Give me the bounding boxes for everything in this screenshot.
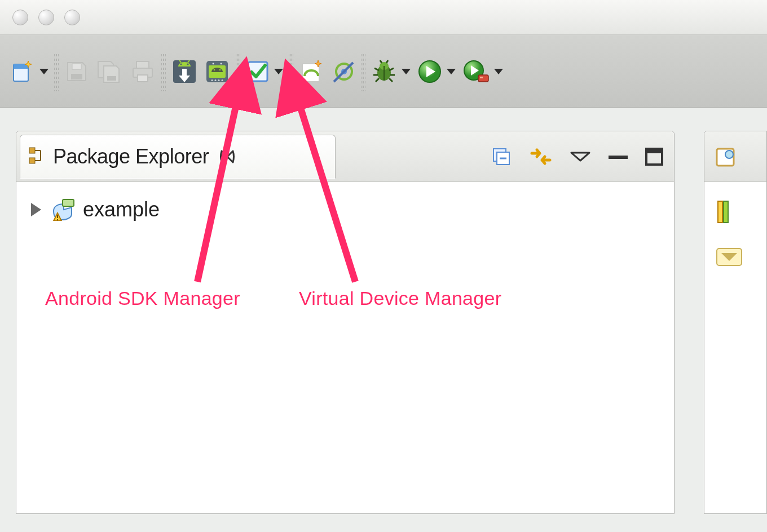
svg-line-43 bbox=[380, 60, 382, 63]
svg-rect-7 bbox=[136, 61, 149, 68]
svg-rect-63 bbox=[609, 156, 628, 159]
toolbar-separator bbox=[54, 52, 59, 91]
svg-point-23 bbox=[211, 79, 213, 81]
zoom-window-button[interactable] bbox=[64, 10, 80, 25]
toolbar-separator bbox=[289, 52, 293, 91]
svg-line-42 bbox=[389, 78, 393, 82]
outline-view-icon bbox=[715, 145, 737, 168]
package-explorer-view: Package Explorer bbox=[16, 131, 675, 514]
svg-rect-52 bbox=[480, 77, 483, 78]
android-avd-icon bbox=[204, 59, 230, 85]
run-button[interactable] bbox=[414, 48, 459, 95]
annotation-avd-label: Virtual Device Manager bbox=[299, 287, 501, 309]
svg-point-19 bbox=[213, 63, 214, 64]
toolbar-separator bbox=[161, 52, 166, 91]
android-sdk-icon bbox=[171, 59, 197, 85]
collapse-all-icon[interactable] bbox=[490, 145, 513, 168]
svg-point-25 bbox=[218, 79, 220, 81]
checkbox-tool-button[interactable] bbox=[243, 48, 286, 95]
secondary-view-tab[interactable] bbox=[704, 131, 766, 182]
secondary-view-stack bbox=[704, 131, 767, 514]
tree-item[interactable]: example bbox=[16, 182, 674, 237]
svg-point-20 bbox=[221, 63, 222, 64]
svg-rect-51 bbox=[478, 75, 488, 82]
package-explorer-icon bbox=[28, 145, 46, 168]
annotation-sdk-label: Android SDK Manager bbox=[45, 287, 240, 309]
svg-rect-72 bbox=[718, 201, 722, 223]
svg-point-71 bbox=[725, 150, 733, 158]
toolbar-separator bbox=[361, 52, 365, 91]
svg-rect-69 bbox=[57, 219, 58, 220]
svg-rect-55 bbox=[29, 158, 35, 163]
svg-rect-9 bbox=[138, 75, 148, 82]
svg-marker-3 bbox=[39, 69, 49, 74]
side-minimize-icon[interactable] bbox=[716, 247, 744, 268]
toolbar-separator bbox=[236, 52, 240, 91]
close-window-button[interactable] bbox=[12, 10, 28, 25]
svg-point-26 bbox=[222, 79, 223, 81]
main-toolbar bbox=[0, 35, 767, 108]
maximize-view-icon[interactable] bbox=[645, 147, 664, 166]
side-widgets bbox=[704, 182, 766, 268]
java-project-warning-icon bbox=[50, 198, 77, 221]
svg-point-21 bbox=[214, 69, 215, 70]
mac-title-bar bbox=[0, 0, 767, 35]
svg-marker-62 bbox=[571, 153, 589, 161]
svg-rect-66 bbox=[63, 200, 74, 206]
svg-point-22 bbox=[219, 69, 221, 70]
svg-rect-6 bbox=[107, 76, 116, 81]
run-external-button[interactable] bbox=[459, 48, 506, 95]
side-handle-icon[interactable] bbox=[716, 199, 730, 225]
view-tab-label: Package Explorer bbox=[53, 145, 209, 169]
disclosure-triangle-icon[interactable] bbox=[31, 203, 41, 216]
svg-point-12 bbox=[187, 63, 188, 65]
svg-marker-28 bbox=[274, 69, 283, 74]
debug-button[interactable] bbox=[368, 48, 414, 95]
minimize-view-icon[interactable] bbox=[607, 151, 629, 162]
android-avd-manager-button[interactable] bbox=[201, 48, 233, 95]
link-with-editor-icon[interactable] bbox=[528, 145, 553, 168]
minimize-window-button[interactable] bbox=[38, 10, 54, 25]
svg-marker-53 bbox=[494, 69, 503, 74]
workspace: Package Explorer bbox=[0, 108, 767, 532]
svg-line-38 bbox=[389, 68, 394, 70]
android-lint-button[interactable] bbox=[327, 48, 359, 95]
svg-rect-65 bbox=[646, 149, 662, 153]
svg-line-44 bbox=[386, 60, 388, 63]
svg-point-11 bbox=[180, 63, 182, 65]
svg-line-37 bbox=[374, 68, 379, 70]
svg-rect-68 bbox=[57, 215, 58, 218]
svg-point-24 bbox=[215, 79, 217, 81]
play-icon bbox=[417, 59, 442, 84]
close-tab-icon[interactable] bbox=[219, 148, 236, 165]
view-menu-icon[interactable] bbox=[569, 150, 592, 163]
svg-rect-4 bbox=[71, 74, 82, 79]
svg-rect-54 bbox=[29, 148, 35, 153]
bug-icon bbox=[371, 59, 397, 84]
svg-rect-15 bbox=[182, 69, 187, 76]
play-external-icon bbox=[462, 59, 490, 84]
print-button[interactable] bbox=[126, 48, 159, 95]
new-wizard-button[interactable] bbox=[6, 48, 52, 95]
svg-rect-73 bbox=[724, 201, 728, 223]
save-button[interactable] bbox=[61, 48, 92, 95]
view-tab-package-explorer[interactable]: Package Explorer bbox=[20, 135, 336, 179]
svg-marker-45 bbox=[402, 69, 411, 74]
view-tab-bar: Package Explorer bbox=[16, 131, 674, 182]
tree-item-label: example bbox=[83, 198, 160, 221]
svg-line-41 bbox=[376, 78, 379, 82]
svg-rect-5 bbox=[72, 64, 81, 69]
android-sdk-manager-button[interactable] bbox=[168, 48, 201, 95]
svg-marker-48 bbox=[447, 69, 456, 74]
save-all-button[interactable] bbox=[92, 48, 126, 95]
new-android-project-button[interactable] bbox=[296, 48, 327, 95]
